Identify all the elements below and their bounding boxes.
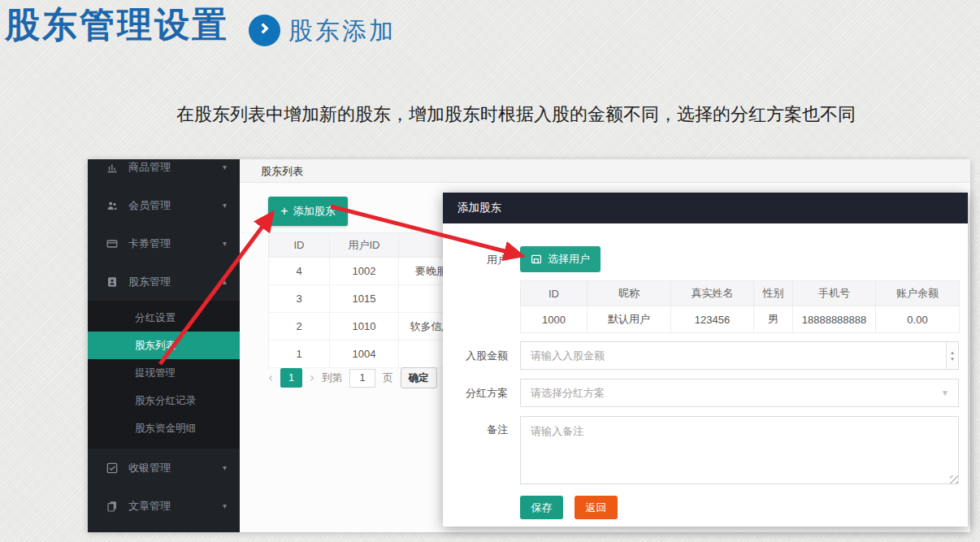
chevron-down-icon: ▼ bbox=[941, 379, 949, 406]
sidebar-item-label: 会员管理 bbox=[128, 198, 223, 213]
sidebar-item-cards[interactable]: 卡券管理 ▾ bbox=[88, 224, 240, 262]
sidebar-item-goods[interactable]: 商品管理 ▾ bbox=[88, 159, 240, 186]
breadcrumb-arrow-icon bbox=[249, 15, 280, 46]
column-header-balance: 账户余额 bbox=[876, 281, 960, 306]
pagination: ‹ 1 › 到第 页 确定 bbox=[268, 367, 437, 388]
sidebar-item-funds-detail[interactable]: 股东资金明细 bbox=[88, 414, 240, 442]
page-title: 股东管理设置 bbox=[5, 3, 229, 46]
plan-select[interactable]: 请选择分红方案 ▼ bbox=[520, 379, 959, 407]
chevron-up-icon: ▴ bbox=[223, 277, 227, 286]
pager-page-1[interactable]: 1 bbox=[280, 368, 302, 388]
sidebar-item-label: 卡券管理 bbox=[128, 236, 223, 251]
sidebar-item-dividend-settings[interactable]: 分红设置 bbox=[88, 304, 240, 332]
pager-goto-label: 到第 bbox=[322, 371, 342, 385]
card-icon bbox=[106, 238, 118, 249]
sidebar-item-members[interactable]: 会员管理 ▾ bbox=[88, 186, 240, 224]
cell-id: 2 bbox=[269, 313, 330, 340]
select-user-label: 选择用户 bbox=[548, 252, 590, 267]
plan-placeholder: 请选择分红方案 bbox=[531, 387, 605, 399]
sidebar-item-label: 商品管理 bbox=[128, 160, 223, 175]
chevron-down-icon: ▾ bbox=[223, 501, 227, 510]
chevron-down-icon: ▾ bbox=[223, 239, 227, 248]
cell-id: 3 bbox=[269, 285, 330, 313]
cell-gender: 男 bbox=[754, 306, 793, 333]
sidebar-item-shareholder-list[interactable]: 股东列表 bbox=[88, 332, 240, 359]
cell-id: 1000 bbox=[521, 306, 588, 333]
stepper-up-icon[interactable]: ▴ bbox=[951, 349, 954, 356]
sidebar-item-shareholders[interactable]: 股东管理 ▴ bbox=[88, 262, 240, 301]
chevron-down-icon: ▾ bbox=[223, 463, 227, 472]
column-header-gender: 性别 bbox=[754, 281, 793, 306]
checkbox-icon bbox=[106, 462, 118, 474]
sidebar-item-dividend-records[interactable]: 股东分红记录 bbox=[88, 387, 240, 414]
column-header-userid: 用户ID bbox=[330, 233, 399, 258]
column-header-phone: 手机号 bbox=[793, 281, 876, 306]
amount-input[interactable] bbox=[520, 341, 959, 370]
pager-confirm-button[interactable]: 确定 bbox=[401, 367, 437, 388]
sidebar: 商品管理 ▾ 会员管理 ▾ 卡券管理 ▾ 股东管理 ▴ 分红设置 股东列表 提现… bbox=[88, 159, 240, 532]
cell-id: 1 bbox=[269, 340, 330, 368]
page-header: 股东管理设置 股东添加 bbox=[5, 3, 396, 47]
page-subtitle: 股东添加 bbox=[288, 15, 396, 47]
select-user-icon bbox=[531, 254, 542, 265]
amount-label: 入股金额 bbox=[451, 349, 508, 363]
save-button[interactable]: 保存 bbox=[520, 496, 563, 519]
cell-id: 4 bbox=[269, 258, 330, 285]
panel-title: 股东列表 bbox=[261, 165, 303, 177]
sidebar-item-articles[interactable]: 文章管理 ▾ bbox=[88, 487, 240, 525]
chevron-down-icon: ▾ bbox=[223, 163, 227, 171]
selected-user-table: ID 昵称 真实姓名 性别 手机号 账户余额 1000 默认用户 123456 … bbox=[520, 280, 960, 333]
pager-unit-label: 页 bbox=[383, 371, 393, 385]
sidebar-item-label: 文章管理 bbox=[128, 499, 223, 514]
pager-next-icon[interactable]: › bbox=[310, 371, 314, 385]
number-stepper[interactable]: ▴ ▾ bbox=[946, 342, 958, 369]
remark-textarea[interactable] bbox=[520, 416, 959, 484]
plus-icon: + bbox=[280, 205, 288, 218]
cell-phone: 18888888888 bbox=[793, 306, 876, 333]
add-shareholder-modal: 添加股东 用户 选择用户 ID 昵称 真实姓名 性别 手机号 账户余额 1000 bbox=[443, 193, 968, 527]
panel-title-bar: 股东列表 bbox=[240, 159, 970, 183]
stepper-down-icon[interactable]: ▾ bbox=[951, 356, 954, 362]
back-button[interactable]: 返回 bbox=[575, 496, 618, 519]
cell-userid: 1004 bbox=[330, 340, 399, 368]
table-row: 1000 默认用户 123456 男 18888888888 0.00 bbox=[521, 306, 960, 333]
admin-screenshot: 商品管理 ▾ 会员管理 ▾ 卡券管理 ▾ 股东管理 ▴ 分红设置 股东列表 提现… bbox=[88, 159, 970, 532]
copy-icon bbox=[106, 501, 118, 512]
pager-goto-input[interactable] bbox=[349, 369, 375, 388]
sidebar-item-cashier[interactable]: 收银管理 ▾ bbox=[88, 449, 240, 487]
sidebar-item-label: 股东管理 bbox=[128, 275, 223, 289]
user-label: 用户 bbox=[451, 253, 508, 267]
cell-userid: 1010 bbox=[330, 313, 399, 340]
pager-prev-icon[interactable]: ‹ bbox=[268, 371, 273, 385]
description-text: 在股东列表中增加新的股东，增加股东时根据入股的金额不同，选择的分红方案也不同 bbox=[0, 102, 980, 127]
cell-realname: 123456 bbox=[671, 306, 754, 333]
select-user-button[interactable]: 选择用户 bbox=[520, 246, 601, 272]
address-book-icon bbox=[106, 276, 118, 288]
add-shareholder-button[interactable]: + 添加股东 bbox=[268, 197, 348, 226]
modal-title: 添加股东 bbox=[443, 193, 968, 223]
chart-bar-icon bbox=[106, 162, 118, 173]
sidebar-item-withdrawal[interactable]: 提现管理 bbox=[88, 359, 240, 387]
column-header-nickname: 昵称 bbox=[588, 281, 671, 306]
sidebar-item-label: 收银管理 bbox=[128, 461, 223, 475]
sidebar-submenu: 分红设置 股东列表 提现管理 股东分红记录 股东资金明细 bbox=[88, 301, 240, 449]
column-header-realname: 真实姓名 bbox=[671, 281, 754, 306]
cell-nickname: 默认用户 bbox=[588, 306, 671, 333]
plan-label: 分红方案 bbox=[451, 386, 508, 401]
table-header-row: ID 昵称 真实姓名 性别 手机号 账户余额 bbox=[521, 281, 960, 306]
cell-balance: 0.00 bbox=[876, 306, 960, 333]
column-header-id: ID bbox=[269, 233, 330, 258]
column-header-id: ID bbox=[521, 281, 588, 306]
cell-userid: 1015 bbox=[330, 285, 399, 313]
cell-userid: 1002 bbox=[330, 258, 399, 285]
remark-label: 备注 bbox=[451, 423, 508, 437]
chevron-down-icon: ▾ bbox=[223, 201, 227, 210]
add-shareholder-label: 添加股东 bbox=[293, 204, 336, 219]
users-icon bbox=[106, 200, 118, 211]
